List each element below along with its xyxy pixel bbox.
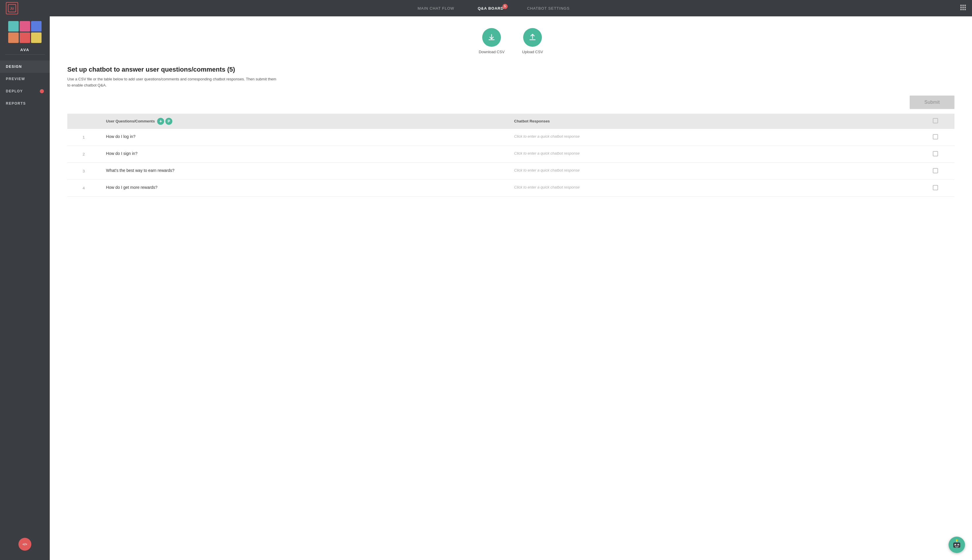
nav-main-chat-flow[interactable]: MAIN CHAT FLOW [418,6,454,10]
svg-text:JU: JU [10,7,14,10]
row-question-3[interactable]: What's the best way to earn rewards? [100,163,508,180]
col-checkbox-header [917,114,954,129]
col-number [67,114,100,129]
add-question-button[interactable]: + [157,118,164,125]
sidebar-bottom: </> [18,538,31,555]
logo[interactable]: JU [6,2,18,14]
svg-point-17 [958,545,959,546]
table-row: 1 How do I log in? Click to enter a quic… [67,129,954,146]
avatar-1 [8,21,19,32]
sidebar-item-preview[interactable]: PREVIEW [0,73,50,85]
submit-row: Submit [67,95,954,109]
download-csv-icon [482,28,501,47]
th-buttons: + P [157,118,172,125]
row-checkbox-4[interactable] [917,180,954,197]
svg-rect-2 [960,5,962,6]
svg-rect-7 [964,7,966,8]
col-responses-header: Chatbot Responses [508,114,917,129]
top-navigation: JU MAIN CHAT FLOW Q&A BOARD 5 CHATBOT SE… [0,0,972,17]
svg-rect-9 [962,9,964,10]
main-layout: AVA DESIGN PREVIEW DEPLOY REPORTS </> [0,17,972,560]
grid-icon[interactable] [960,5,966,12]
svg-point-12 [956,540,958,541]
svg-rect-6 [962,7,964,8]
sidebar: AVA DESIGN PREVIEW DEPLOY REPORTS </> [0,17,50,560]
qa-description: Use a CSV file or the table below to add… [67,76,278,88]
upload-csv-label: Upload CSV [522,50,543,54]
csv-buttons-row: Download CSV Upload CSV [67,28,954,54]
qa-title: Set up chatbot to answer user questions/… [67,66,954,73]
avatar-5 [20,32,30,43]
svg-rect-10 [964,9,966,10]
upload-csv-icon [523,28,542,47]
avatar-6 [31,32,42,43]
content-area: Download CSV Upload CSV Set up chatbot t… [50,17,972,560]
avatar-4 [8,32,19,43]
avatar-3 [31,21,42,32]
download-csv-button[interactable]: Download CSV [478,28,504,54]
row-response-3[interactable]: Click to enter a quick chatbot response [508,163,917,180]
col-questions-header: User Questions/Comments + P [100,114,508,129]
table-row: 2 How do I sign in? Click to enter a qui… [67,145,954,163]
row-number-3: 3 [67,163,100,180]
chatbot-widget[interactable] [949,537,965,553]
checkbox-4[interactable] [933,185,938,190]
row-question-2[interactable]: How do I sign in? [100,145,508,163]
code-button[interactable]: </> [18,538,31,551]
row-response-1[interactable]: Click to enter a quick chatbot response [508,129,917,146]
checkbox-2[interactable] [933,151,938,157]
avatar-grid [8,21,42,43]
svg-point-16 [955,545,956,546]
checkbox-3[interactable] [933,168,938,173]
row-number-1: 1 [67,129,100,146]
row-response-2[interactable]: Click to enter a quick chatbot response [508,145,917,163]
row-question-1[interactable]: How do I log in? [100,129,508,146]
row-response-4[interactable]: Click to enter a quick chatbot response [508,180,917,197]
sidebar-menu: DESIGN PREVIEW DEPLOY REPORTS [0,60,50,110]
nav-links: MAIN CHAT FLOW Q&A BOARD 5 CHATBOT SETTI… [27,6,960,10]
nav-qa-board[interactable]: Q&A BOARD 5 [478,6,504,10]
row-number-2: 2 [67,145,100,163]
row-number-4: 4 [67,180,100,197]
row-checkbox-3[interactable] [917,163,954,180]
download-csv-label: Download CSV [478,50,504,54]
nav-chatbot-settings[interactable]: CHATBOT SETTINGS [527,6,570,10]
sidebar-divider [5,54,45,55]
svg-rect-4 [964,5,966,6]
sidebar-item-design[interactable]: DESIGN [0,60,50,73]
checkbox-1[interactable] [933,134,938,139]
qa-table: User Questions/Comments + P Chatbot Resp… [67,114,954,197]
svg-rect-5 [960,7,962,8]
sidebar-item-reports[interactable]: REPORTS [0,97,50,110]
header-checkbox[interactable] [933,118,938,123]
row-checkbox-1[interactable] [917,129,954,146]
avatar-2 [20,21,30,32]
sidebar-username: AVA [20,48,30,52]
svg-rect-3 [962,5,964,6]
upload-csv-button[interactable]: Upload CSV [522,28,543,54]
qa-badge: 5 [502,4,508,9]
submit-button[interactable]: Submit [910,95,954,109]
svg-rect-8 [960,9,962,10]
deploy-notification-dot [40,89,44,93]
p-button[interactable]: P [165,118,172,125]
row-question-4[interactable]: How do I get more rewards? [100,180,508,197]
table-row: 4 How do I get more rewards? Click to en… [67,180,954,197]
row-checkbox-2[interactable] [917,145,954,163]
sidebar-item-deploy[interactable]: DEPLOY [0,85,50,97]
table-row: 3 What's the best way to earn rewards? C… [67,163,954,180]
